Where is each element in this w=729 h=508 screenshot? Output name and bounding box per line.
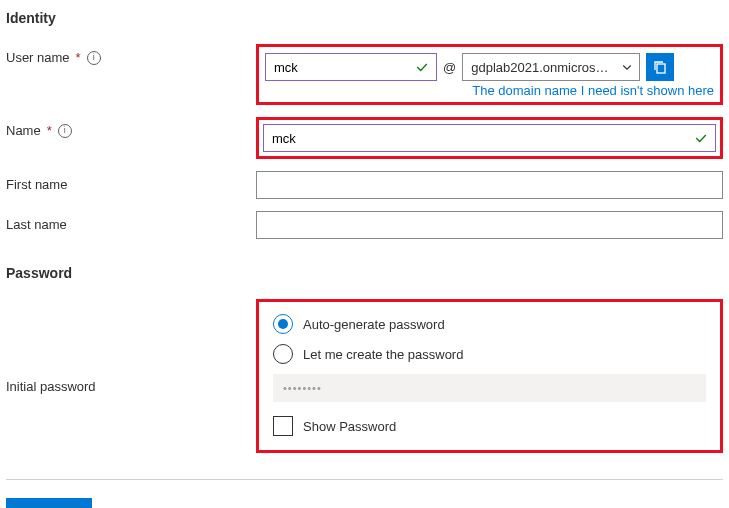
svg-rect-0	[657, 64, 665, 73]
checkbox-icon	[273, 416, 293, 436]
required-asterisk: *	[47, 123, 52, 138]
radio-manual-password[interactable]: Let me create the password	[273, 344, 706, 364]
info-icon[interactable]: i	[87, 51, 101, 65]
radio-icon	[273, 344, 293, 364]
identity-heading: Identity	[6, 10, 723, 26]
domain-select[interactable]: gdplab2021.onmicrosoft....	[462, 53, 640, 81]
password-heading: Password	[6, 265, 723, 281]
chevron-down-icon	[621, 61, 633, 73]
radio-icon	[273, 314, 293, 334]
username-label: User name * i	[6, 44, 256, 65]
name-label: Name * i	[6, 117, 256, 138]
copy-button[interactable]	[646, 53, 674, 81]
lastname-input[interactable]	[256, 211, 723, 239]
password-highlight-box: Auto-generate password Let me create the…	[256, 299, 723, 453]
divider	[6, 479, 723, 480]
radio-auto-generate[interactable]: Auto-generate password	[273, 314, 706, 334]
at-sign: @	[443, 60, 456, 75]
show-password-checkbox[interactable]: Show Password	[273, 416, 706, 436]
firstname-input[interactable]	[256, 171, 723, 199]
domain-helper-link[interactable]: The domain name I need isn't shown here	[265, 83, 714, 98]
firstname-label: First name	[6, 171, 256, 192]
username-input[interactable]	[265, 53, 437, 81]
initial-password-label: Initial password	[6, 299, 256, 394]
name-input[interactable]	[263, 124, 716, 152]
info-icon[interactable]: i	[58, 124, 72, 138]
initial-password-input: ••••••••	[273, 374, 706, 402]
lastname-label: Last name	[6, 211, 256, 232]
create-button[interactable]: Create	[6, 498, 92, 508]
name-highlight-box	[256, 117, 723, 159]
required-asterisk: *	[76, 50, 81, 65]
username-highlight-box: @ gdplab2021.onmicrosoft.... The domain …	[256, 44, 723, 105]
